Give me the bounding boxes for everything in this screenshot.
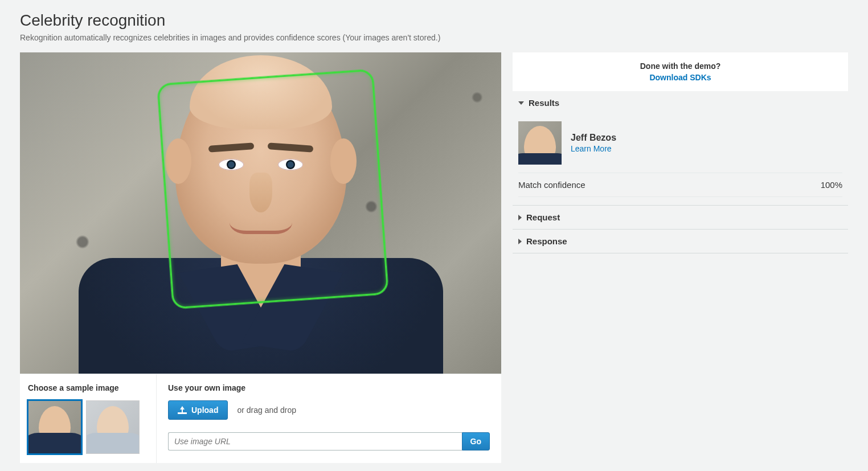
go-button-label: Go [470, 437, 481, 446]
sample-thumb-2[interactable] [86, 400, 140, 454]
response-section-header[interactable]: Response [513, 230, 848, 253]
result-celebrity-name: Jeff Bezos [571, 133, 616, 143]
own-image-heading: Use your own image [168, 383, 490, 392]
image-url-input[interactable] [168, 432, 462, 450]
request-section-header[interactable]: Request [513, 206, 848, 229]
caret-right-icon [518, 239, 522, 244]
sample-thumb-1[interactable] [28, 400, 81, 454]
match-confidence-label: Match confidence [518, 180, 586, 190]
caret-down-icon [518, 101, 524, 105]
upload-button-label: Upload [191, 406, 218, 415]
learn-more-link[interactable]: Learn More [571, 144, 612, 153]
caret-right-icon [518, 215, 522, 220]
face-bounding-box [157, 69, 389, 309]
result-thumbnail [518, 121, 562, 165]
match-confidence-value: 100% [821, 180, 842, 190]
go-button[interactable]: Go [462, 432, 490, 450]
upload-button[interactable]: Upload [168, 400, 228, 420]
page-subtitle: Rekognition automatically recognizes cel… [20, 33, 848, 42]
sample-heading: Choose a sample image [28, 383, 148, 392]
request-section-title: Request [526, 212, 560, 222]
download-sdks-link[interactable]: Download SDKs [649, 73, 711, 82]
demo-done-question: Done with the demo? [518, 62, 842, 71]
demo-done-panel: Done with the demo? Download SDKs [513, 52, 848, 91]
results-section-header[interactable]: Results [513, 91, 848, 114]
upload-icon [178, 406, 187, 414]
response-section-title: Response [526, 236, 567, 246]
result-row: Jeff Bezos Learn More [518, 117, 842, 173]
image-preview [20, 52, 501, 374]
drag-drop-hint: or drag and drop [237, 406, 296, 415]
page-title: Celebrity recognition [20, 11, 848, 30]
results-section-title: Results [529, 98, 559, 108]
